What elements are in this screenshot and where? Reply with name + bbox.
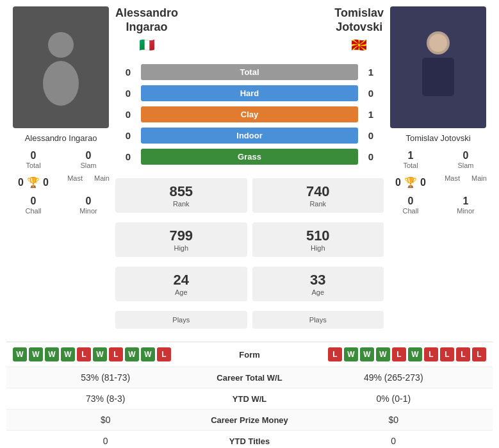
stat-label-2: Career Prize Money [199,415,301,425]
form-badge-w: W [45,347,59,361]
form-badge-w: W [360,347,374,361]
left-rank-box: 855 Rank [115,178,247,213]
form-badge-w: W [93,347,107,361]
total-score-row: 0 Total 1 [115,64,384,80]
right-player-stats: 1 Total 0 Slam 0 🏆 0 Mast Main [384,148,493,217]
form-badge-l: L [77,347,91,361]
right-flag: 🇲🇰 [351,37,367,53]
left-name-flag: Alessandro Ingarao 🇮🇹 [115,6,178,53]
left-player-name-under: Alessandro Ingarao [6,133,115,143]
stat-right-1: 0% (0-1) [301,394,487,404]
right-player-name-under: Tomislav Jotovski [384,133,493,143]
form-badge-l: L [456,347,470,361]
svg-point-1 [43,61,79,106]
clay-score-row: 0 Clay 1 [115,106,384,122]
right-name-flag: Tomislav Jotovski 🇲🇰 [334,6,384,53]
stat-row-3: 0 YTD Titles 0 [6,431,493,448]
scores-section: 0 Total 1 0 Hard 0 0 Clay 1 0 Indoor [115,62,384,167]
left-high-box: 799 High [115,222,247,257]
left-stat-minor: 0 Minor [61,194,115,217]
grass-badge: Grass [141,149,358,165]
left-trophy-icon: 🏆 [27,176,40,188]
form-badge-w: W [376,347,390,361]
left-stat-mast-label: Mast Main [61,172,115,192]
grass-left-score: 0 [115,151,141,162]
svg-point-4 [429,34,447,52]
right-rank-box: 740 Rank [252,178,384,213]
form-badge-w: W [344,347,358,361]
indoor-score-row: 0 Indoor 0 [115,128,384,144]
center-col: Alessandro Ingarao 🇮🇹 Tomislav Jotovski … [115,6,384,332]
right-stat-mast-label: Mast Main [439,172,493,192]
stat-row-0: 53% (81-73) Career Total W/L 49% (265-27… [6,367,493,388]
stat-row-1: 73% (8-3) YTD W/L 0% (0-1) [6,388,493,410]
left-stat-total: 0 Total [6,148,60,171]
info-boxes-row: 855 Rank 799 High 24 Age Plays [115,175,384,332]
bottom-section: WWWWLWLWWL Form LWWWLWLLLL 53% (81-73) C… [6,342,493,448]
left-stat-slam: 0 Slam [61,148,115,171]
right-player-panel: Tomislav Jotovski 1 Total 0 Slam 0 🏆 0 [384,6,493,217]
indoor-left-score: 0 [115,130,141,141]
stat-left-1: 73% (8-3) [13,394,199,404]
left-player-photo [13,6,109,128]
top-section: Alessandro Ingarao 0 Total 0 Slam 0 🏆 0 [6,6,493,332]
total-right-score: 1 [358,67,384,78]
stat-right-0: 49% (265-273) [301,372,487,383]
indoor-right-score: 0 [358,130,384,141]
stat-right-3: 0 [301,436,487,446]
form-badge-w: W [141,347,155,361]
form-badge-w: W [125,347,139,361]
right-trophy-row: 0 🏆 0 [384,174,438,190]
stat-row-2: $0 Career Prize Money $0 [6,410,493,431]
grass-score-row: 0 Grass 0 [115,149,384,165]
left-player-panel: Alessandro Ingarao 0 Total 0 Slam 0 🏆 0 [6,6,115,217]
left-player-silhouette [35,29,86,106]
left-plays-box: Plays [115,311,247,329]
form-badge-l: L [328,347,342,361]
main-container: Alessandro Ingarao 0 Total 0 Slam 0 🏆 0 [0,0,499,448]
clay-left-score: 0 [115,109,141,120]
left-player-name-center: Alessandro Ingarao [115,6,178,34]
hard-left-score: 0 [115,88,141,99]
right-stat-minor: 1 Minor [439,194,493,217]
stat-label-0: Career Total W/L [199,373,301,383]
total-left-score: 0 [115,67,141,78]
grass-right-score: 0 [358,151,384,162]
right-trophy-icon: 🏆 [404,176,417,188]
clay-right-score: 1 [358,109,384,120]
right-player-silhouette [413,29,464,106]
right-stat-chall: 0 Chall [384,194,438,217]
left-flag: 🇮🇹 [139,37,155,53]
left-trophy-row: 0 🏆 0 [6,174,60,190]
left-stat-chall: 0 Chall [6,194,60,217]
svg-point-0 [48,32,74,58]
right-age-box: 33 Age [252,267,384,301]
stat-left-0: 53% (81-73) [13,372,199,383]
indoor-badge: Indoor [141,128,358,144]
right-stat-slam: 0 Slam [439,148,493,171]
form-badge-l: L [109,347,123,361]
svg-rect-3 [422,58,454,96]
hard-badge: Hard [141,85,358,101]
left-age-box: 24 Age [115,267,247,301]
stat-left-3: 0 [13,436,199,446]
left-player-stats: 0 Total 0 Slam 0 🏆 0 Mast Main [6,148,115,217]
stat-right-2: $0 [301,415,487,425]
form-badge-w: W [13,347,27,361]
form-badge-w: W [29,347,43,361]
left-info-boxes: 855 Rank 799 High 24 Age Plays [115,175,247,332]
form-badge-w: W [408,347,422,361]
right-plays-box: Plays [252,311,384,329]
clay-badge: Clay [141,106,358,122]
form-badge-l: L [157,347,171,361]
stat-left-2: $0 [13,415,199,425]
right-player-photo [390,6,486,128]
form-badge-l: L [424,347,438,361]
hard-score-row: 0 Hard 0 [115,85,384,101]
right-player-name-center: Tomislav Jotovski [334,6,384,34]
total-badge: Total [141,64,358,80]
form-badge-l: L [472,347,486,361]
form-badge-l: L [440,347,454,361]
left-form: WWWWLWLWWL [13,347,211,361]
bottom-stats-container: 53% (81-73) Career Total W/L 49% (265-27… [6,367,493,448]
